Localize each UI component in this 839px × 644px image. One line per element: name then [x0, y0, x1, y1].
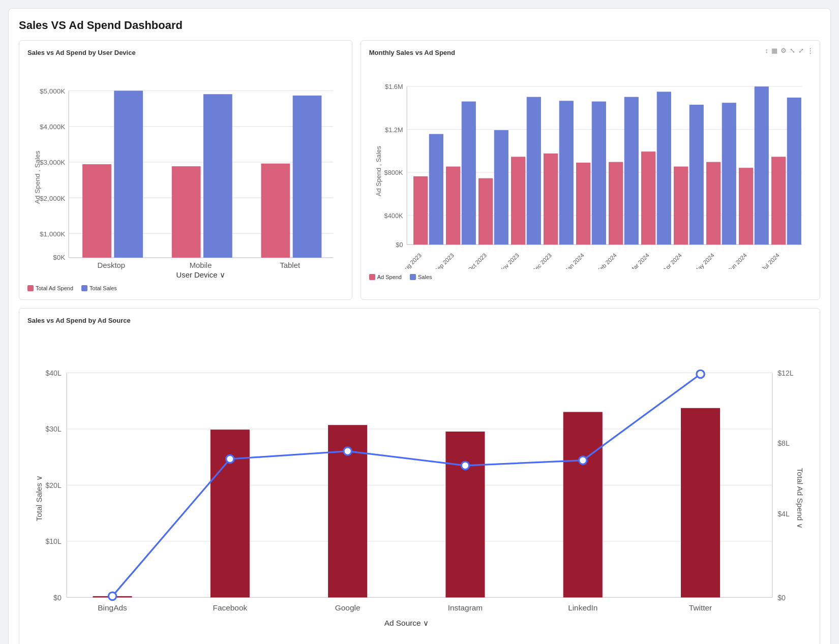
legend2-sales: Sales [410, 274, 432, 280]
svg-text:$4L: $4L [777, 510, 790, 518]
legend-adspend-label: Total Ad Spend [36, 285, 73, 291]
point-instagram [461, 462, 469, 470]
svg-text:$20L: $20L [45, 481, 62, 489]
top-row: Sales vs Ad Spend by User Device Ad Spen… [19, 40, 820, 300]
svg-rect-42 [591, 102, 606, 245]
svg-text:$0: $0 [777, 594, 786, 602]
svg-rect-35 [478, 178, 493, 245]
sort-icon[interactable]: ↕ [765, 47, 769, 54]
svg-text:Aug 2023: Aug 2023 [400, 252, 422, 269]
svg-text:$0K: $0K [53, 254, 65, 261]
svg-text:$400K: $400K [384, 212, 403, 220]
svg-text:$0: $0 [396, 241, 403, 249]
svg-rect-43 [609, 162, 623, 245]
svg-text:Dec 2023: Dec 2023 [530, 252, 552, 269]
svg-text:Apr 2024: Apr 2024 [662, 252, 683, 268]
svg-text:Jul 2024: Jul 2024 [760, 252, 781, 268]
chart3-svg: Total Sales ∨ $40L $30L $20L $10L $0 Tot… [27, 328, 812, 644]
filter-icon[interactable]: ⚙ [781, 47, 787, 54]
svg-text:Jan 2024: Jan 2024 [564, 252, 585, 268]
svg-text:$40L: $40L [45, 369, 62, 377]
svg-text:May 2024: May 2024 [693, 252, 716, 268]
chart-user-device: Sales vs Ad Spend by User Device Ad Spen… [19, 40, 352, 300]
svg-text:$8L: $8L [777, 440, 790, 448]
svg-text:Tablet: Tablet [280, 261, 301, 269]
svg-text:$1.2M: $1.2M [385, 126, 403, 134]
svg-rect-40 [559, 101, 573, 244]
svg-rect-34 [461, 102, 475, 245]
point-facebook [226, 455, 234, 463]
chart1-legend: Total Ad Spend Total Sales [27, 285, 344, 291]
legend2-sales-label: Sales [418, 274, 432, 280]
dashboard-container: Sales VS Ad Spend Dashboard Sales vs Ad … [8, 8, 831, 644]
svg-rect-51 [739, 168, 753, 244]
svg-rect-45 [641, 151, 655, 244]
more-icon[interactable]: ⋮ [807, 47, 814, 54]
dashboard-title: Sales VS Ad Spend Dashboard [19, 19, 820, 32]
chart3-title: Sales vs Ad Spend by Ad Source [27, 317, 812, 324]
svg-text:User Device ∨: User Device ∨ [176, 271, 225, 279]
svg-text:Sep 2023: Sep 2023 [433, 252, 455, 269]
svg-text:Jun 2024: Jun 2024 [727, 252, 748, 268]
svg-text:Total Sales ∨: Total Sales ∨ [35, 475, 43, 522]
bar-icon[interactable]: ▦ [771, 47, 777, 54]
svg-rect-50 [722, 103, 736, 244]
svg-rect-36 [494, 130, 508, 244]
tablet-adspend-bar [261, 164, 290, 258]
svg-rect-41 [576, 163, 590, 244]
svg-text:Instagram: Instagram [448, 604, 483, 612]
legend-adspend-box [27, 285, 34, 291]
expand-icon[interactable]: ⤢ [798, 47, 804, 54]
legend-sales-box [81, 285, 87, 291]
svg-rect-32 [429, 134, 443, 245]
svg-text:LinkedIn: LinkedIn [568, 604, 597, 612]
svg-rect-33 [446, 167, 460, 245]
chart2-title: Monthly Sales vs Ad Spend [369, 49, 812, 56]
svg-rect-38 [526, 97, 541, 245]
tablet-sales-bar [293, 96, 322, 258]
chart2-svg: Ad Spend , Sales $1.6M $1.2M $800K $400K… [369, 60, 812, 269]
mobile-adspend-bar [172, 166, 201, 258]
svg-text:$4,000K: $4,000K [40, 123, 65, 131]
svg-rect-53 [771, 157, 786, 244]
export-icon[interactable]: ⤡ [790, 47, 795, 54]
point-bingads [108, 593, 116, 600]
svg-text:$1.6M: $1.6M [385, 83, 403, 90]
chart2-toolbar: ↕ ▦ ⚙ ⤡ ⤢ ⋮ [765, 47, 814, 54]
svg-text:Nov 2023: Nov 2023 [498, 252, 520, 269]
svg-rect-37 [511, 157, 525, 244]
twitter-bar [681, 408, 720, 598]
legend2-adspend-box [369, 274, 375, 280]
svg-text:Desktop: Desktop [98, 261, 126, 269]
svg-text:$10L: $10L [45, 538, 62, 546]
legend2-adspend: Ad Spend [369, 274, 402, 280]
svg-text:$3,000K: $3,000K [40, 159, 65, 166]
svg-rect-31 [413, 176, 428, 244]
svg-text:$5,000K: $5,000K [40, 87, 65, 95]
svg-text:$12L: $12L [777, 369, 794, 377]
svg-text:Feb 2024: Feb 2024 [596, 252, 618, 268]
svg-text:$800K: $800K [384, 169, 403, 176]
legend2-adspend-label: Ad Spend [377, 274, 402, 280]
svg-text:Ad Spend , Sales: Ad Spend , Sales [375, 146, 382, 196]
svg-text:$1,000K: $1,000K [40, 230, 65, 238]
chart1-svg: Ad Spend , Sales $5,000K $4,000K $3,000K… [27, 60, 344, 280]
svg-rect-49 [706, 162, 721, 245]
legend-sales: Total Sales [81, 285, 117, 291]
legend2-sales-box [410, 274, 416, 280]
svg-text:$0: $0 [53, 594, 62, 602]
svg-text:Oct 2023: Oct 2023 [466, 252, 487, 269]
chart2-legend: Ad Spend Sales [369, 274, 812, 280]
svg-rect-48 [689, 105, 703, 244]
svg-text:Ad Source ∨: Ad Source ∨ [384, 619, 429, 627]
chart-ad-source: Sales vs Ad Spend by Ad Source Total Sal… [19, 308, 820, 644]
svg-text:Google: Google [335, 604, 361, 612]
svg-text:Total Ad Spend ∨: Total Ad Spend ∨ [796, 468, 804, 529]
svg-text:$2,000K: $2,000K [40, 195, 65, 202]
desktop-sales-bar [114, 90, 143, 257]
svg-rect-39 [544, 154, 558, 244]
svg-rect-46 [656, 91, 671, 244]
svg-text:BingAds: BingAds [98, 604, 127, 612]
linkedin-bar [563, 412, 603, 598]
svg-rect-47 [674, 167, 688, 245]
